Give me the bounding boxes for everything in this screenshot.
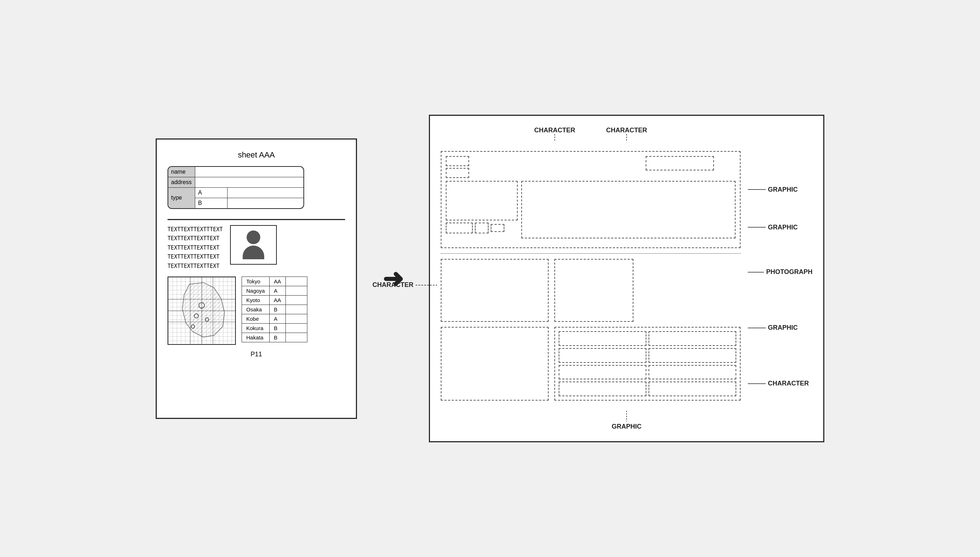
form-label-address: address (168, 177, 195, 187)
table-row: NagoyaA (242, 286, 307, 296)
dotted-divider (441, 253, 741, 254)
top-character-label-1: CHARACTER (534, 127, 575, 134)
section3-cell-3 (559, 348, 646, 363)
map-box (167, 277, 236, 345)
form-row-type: type A B (168, 188, 304, 208)
text-photo-row: TEXTTEXTTEXTTTEXT TEXTTEXTTEXTTEXT TEXTT… (167, 225, 345, 271)
section3-right-grid (554, 327, 741, 401)
text-block: TEXTTEXTTEXTTTEXT TEXTTEXTTEXTTEXT TEXTT… (167, 225, 223, 271)
character-label-left: CHARACTER (372, 281, 437, 289)
section3-cell-2 (648, 331, 736, 346)
form-row-name: name (168, 167, 304, 177)
form-value-name (195, 167, 304, 177)
form-subcell-empty-b (228, 198, 304, 208)
left-panel: sheet AAA name address type A B (156, 138, 357, 419)
section2 (441, 259, 741, 322)
table-row: TokyoAA (242, 277, 307, 286)
section3-cell-4 (648, 348, 736, 363)
table-row: KokuraB (242, 324, 307, 333)
section3-left-box (441, 327, 549, 401)
section3-cell-6 (648, 365, 736, 380)
form-label-name: name (168, 167, 195, 177)
section3 (441, 327, 741, 401)
graphic-label-1: GRAPHIC (748, 186, 813, 194)
form-subcell-empty-a (228, 188, 304, 198)
data-table: TokyoAA NagoyaA KyotoAA OsakaB KobeA Kok… (242, 277, 307, 342)
table-row: OsakaB (242, 305, 307, 314)
section3-cell-1 (559, 331, 646, 346)
sheet-title: sheet AAA (167, 150, 345, 160)
person-body (243, 246, 264, 259)
section2-left-box (441, 259, 549, 322)
photo-box (230, 225, 277, 265)
section1-main-left-box (446, 181, 518, 220)
section3-cell-5 (559, 365, 646, 380)
section1-right-big-box (521, 181, 736, 238)
section1-top-right-box (646, 156, 714, 171)
form-subcell-val-b: B (195, 198, 228, 208)
section3-cell-8 (648, 381, 736, 396)
right-panel: CHARACTER CHARACTER (429, 115, 824, 442)
form-subcell-val-a: A (195, 188, 228, 198)
section1-small-box-2 (446, 168, 469, 178)
map-svg (168, 277, 235, 344)
person-silhouette (243, 231, 264, 259)
section1-bottom-sm-2 (475, 223, 489, 233)
form-subcell-a: A (195, 188, 304, 198)
top-character-label-2: CHARACTER (606, 127, 647, 134)
table-row: KyotoAA (242, 296, 307, 305)
photograph-label: PHOTOGRAPH (748, 268, 813, 276)
form-value-address (195, 177, 304, 187)
bottom-graphic-label: GRAPHIC (441, 410, 813, 430)
table-row: HakataB (242, 333, 307, 342)
character-label-right: CHARACTER (748, 380, 813, 387)
section3-cell-7 (559, 381, 646, 396)
section1-small-box-1 (446, 156, 469, 166)
section1-bottom-sm-1 (446, 223, 473, 233)
right-side-labels: GRAPHIC GRAPHIC PHOTOGRAPH GRAPHIC CHARA… (748, 151, 813, 401)
form-row-address: address (168, 177, 304, 188)
form-table: name address type A B (167, 166, 304, 209)
graphic-label-3: GRAPHIC (748, 324, 813, 332)
graphic-label-2: GRAPHIC (748, 224, 813, 231)
map-data-row: TokyoAA NagoyaA KyotoAA OsakaB KobeA Kok… (167, 277, 345, 345)
divider (167, 219, 345, 220)
section1 (441, 151, 741, 248)
person-head (247, 231, 260, 244)
form-label-type: type (168, 188, 195, 208)
form-subcell-b: B (195, 198, 304, 208)
form-subrow-type: A B (195, 188, 304, 208)
section2-right-box (554, 259, 634, 322)
section1-bottom-sm-3 (491, 224, 504, 232)
page-number: P11 (167, 350, 345, 358)
table-row: KobeA (242, 314, 307, 324)
